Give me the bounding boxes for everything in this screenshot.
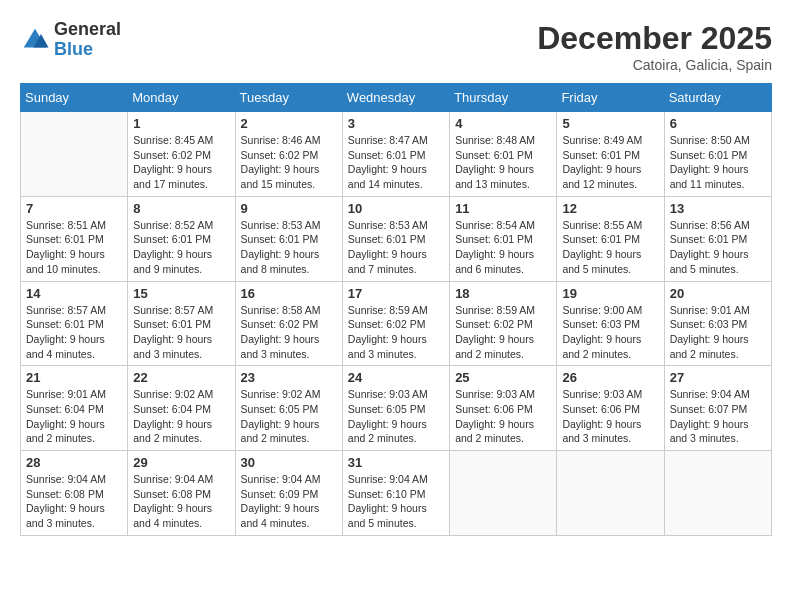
calendar-cell: 20Sunrise: 9:01 AMSunset: 6:03 PMDayligh… [664,281,771,366]
calendar-cell: 9Sunrise: 8:53 AMSunset: 6:01 PMDaylight… [235,196,342,281]
day-number: 21 [26,370,122,385]
day-info: Sunrise: 8:49 AMSunset: 6:01 PMDaylight:… [562,133,658,192]
day-number: 10 [348,201,444,216]
day-info: Sunrise: 9:04 AMSunset: 6:08 PMDaylight:… [133,472,229,531]
calendar-week: 28Sunrise: 9:04 AMSunset: 6:08 PMDayligh… [21,451,772,536]
calendar-cell: 23Sunrise: 9:02 AMSunset: 6:05 PMDayligh… [235,366,342,451]
calendar-header: SundayMondayTuesdayWednesdayThursdayFrid… [21,84,772,112]
day-number: 9 [241,201,337,216]
day-info: Sunrise: 8:53 AMSunset: 6:01 PMDaylight:… [241,218,337,277]
day-info: Sunrise: 9:00 AMSunset: 6:03 PMDaylight:… [562,303,658,362]
day-number: 6 [670,116,766,131]
day-info: Sunrise: 9:03 AMSunset: 6:05 PMDaylight:… [348,387,444,446]
day-info: Sunrise: 8:53 AMSunset: 6:01 PMDaylight:… [348,218,444,277]
day-info: Sunrise: 8:51 AMSunset: 6:01 PMDaylight:… [26,218,122,277]
day-info: Sunrise: 9:03 AMSunset: 6:06 PMDaylight:… [562,387,658,446]
day-number: 19 [562,286,658,301]
day-number: 14 [26,286,122,301]
calendar-week: 7Sunrise: 8:51 AMSunset: 6:01 PMDaylight… [21,196,772,281]
calendar-cell: 16Sunrise: 8:58 AMSunset: 6:02 PMDayligh… [235,281,342,366]
calendar-cell: 12Sunrise: 8:55 AMSunset: 6:01 PMDayligh… [557,196,664,281]
day-info: Sunrise: 8:59 AMSunset: 6:02 PMDaylight:… [348,303,444,362]
day-number: 7 [26,201,122,216]
day-info: Sunrise: 9:04 AMSunset: 6:07 PMDaylight:… [670,387,766,446]
weekday-header: Wednesday [342,84,449,112]
calendar-cell: 18Sunrise: 8:59 AMSunset: 6:02 PMDayligh… [450,281,557,366]
day-info: Sunrise: 8:47 AMSunset: 6:01 PMDaylight:… [348,133,444,192]
calendar-cell: 2Sunrise: 8:46 AMSunset: 6:02 PMDaylight… [235,112,342,197]
day-info: Sunrise: 9:04 AMSunset: 6:10 PMDaylight:… [348,472,444,531]
calendar-cell: 25Sunrise: 9:03 AMSunset: 6:06 PMDayligh… [450,366,557,451]
logo-icon [20,25,50,55]
day-info: Sunrise: 8:50 AMSunset: 6:01 PMDaylight:… [670,133,766,192]
day-info: Sunrise: 9:03 AMSunset: 6:06 PMDaylight:… [455,387,551,446]
calendar-cell: 8Sunrise: 8:52 AMSunset: 6:01 PMDaylight… [128,196,235,281]
day-number: 16 [241,286,337,301]
day-number: 4 [455,116,551,131]
location: Catoira, Galicia, Spain [537,57,772,73]
calendar-week: 14Sunrise: 8:57 AMSunset: 6:01 PMDayligh… [21,281,772,366]
calendar-cell [557,451,664,536]
day-number: 3 [348,116,444,131]
day-info: Sunrise: 9:04 AMSunset: 6:08 PMDaylight:… [26,472,122,531]
day-number: 25 [455,370,551,385]
header: General Blue December 2025 Catoira, Gali… [20,20,772,73]
calendar-week: 21Sunrise: 9:01 AMSunset: 6:04 PMDayligh… [21,366,772,451]
title-section: December 2025 Catoira, Galicia, Spain [537,20,772,73]
day-number: 18 [455,286,551,301]
day-number: 27 [670,370,766,385]
day-info: Sunrise: 9:02 AMSunset: 6:05 PMDaylight:… [241,387,337,446]
logo-blue: Blue [54,39,93,59]
day-info: Sunrise: 8:55 AMSunset: 6:01 PMDaylight:… [562,218,658,277]
calendar-cell: 15Sunrise: 8:57 AMSunset: 6:01 PMDayligh… [128,281,235,366]
calendar-cell: 10Sunrise: 8:53 AMSunset: 6:01 PMDayligh… [342,196,449,281]
weekday-row: SundayMondayTuesdayWednesdayThursdayFrid… [21,84,772,112]
day-number: 31 [348,455,444,470]
calendar-cell [21,112,128,197]
day-info: Sunrise: 8:57 AMSunset: 6:01 PMDaylight:… [133,303,229,362]
calendar-cell: 4Sunrise: 8:48 AMSunset: 6:01 PMDaylight… [450,112,557,197]
calendar-cell: 22Sunrise: 9:02 AMSunset: 6:04 PMDayligh… [128,366,235,451]
day-number: 24 [348,370,444,385]
day-info: Sunrise: 8:52 AMSunset: 6:01 PMDaylight:… [133,218,229,277]
calendar-cell: 11Sunrise: 8:54 AMSunset: 6:01 PMDayligh… [450,196,557,281]
month-year: December 2025 [537,20,772,57]
calendar-cell: 26Sunrise: 9:03 AMSunset: 6:06 PMDayligh… [557,366,664,451]
calendar-cell: 17Sunrise: 8:59 AMSunset: 6:02 PMDayligh… [342,281,449,366]
calendar-body: 1Sunrise: 8:45 AMSunset: 6:02 PMDaylight… [21,112,772,536]
weekday-header: Tuesday [235,84,342,112]
day-number: 8 [133,201,229,216]
calendar-cell: 27Sunrise: 9:04 AMSunset: 6:07 PMDayligh… [664,366,771,451]
day-number: 26 [562,370,658,385]
day-info: Sunrise: 9:01 AMSunset: 6:04 PMDaylight:… [26,387,122,446]
calendar-week: 1Sunrise: 8:45 AMSunset: 6:02 PMDaylight… [21,112,772,197]
calendar-cell: 7Sunrise: 8:51 AMSunset: 6:01 PMDaylight… [21,196,128,281]
calendar-cell: 30Sunrise: 9:04 AMSunset: 6:09 PMDayligh… [235,451,342,536]
day-number: 1 [133,116,229,131]
calendar-cell: 31Sunrise: 9:04 AMSunset: 6:10 PMDayligh… [342,451,449,536]
day-info: Sunrise: 8:58 AMSunset: 6:02 PMDaylight:… [241,303,337,362]
day-info: Sunrise: 9:02 AMSunset: 6:04 PMDaylight:… [133,387,229,446]
calendar-cell: 3Sunrise: 8:47 AMSunset: 6:01 PMDaylight… [342,112,449,197]
logo-general: General [54,19,121,39]
day-number: 2 [241,116,337,131]
calendar-cell: 13Sunrise: 8:56 AMSunset: 6:01 PMDayligh… [664,196,771,281]
calendar-cell: 14Sunrise: 8:57 AMSunset: 6:01 PMDayligh… [21,281,128,366]
day-info: Sunrise: 9:04 AMSunset: 6:09 PMDaylight:… [241,472,337,531]
logo: General Blue [20,20,121,60]
calendar-cell [450,451,557,536]
day-info: Sunrise: 8:45 AMSunset: 6:02 PMDaylight:… [133,133,229,192]
day-info: Sunrise: 8:54 AMSunset: 6:01 PMDaylight:… [455,218,551,277]
day-number: 22 [133,370,229,385]
calendar: SundayMondayTuesdayWednesdayThursdayFrid… [20,83,772,536]
day-number: 17 [348,286,444,301]
day-number: 5 [562,116,658,131]
calendar-cell: 29Sunrise: 9:04 AMSunset: 6:08 PMDayligh… [128,451,235,536]
day-info: Sunrise: 8:48 AMSunset: 6:01 PMDaylight:… [455,133,551,192]
day-number: 13 [670,201,766,216]
day-info: Sunrise: 8:46 AMSunset: 6:02 PMDaylight:… [241,133,337,192]
weekday-header: Thursday [450,84,557,112]
calendar-cell: 6Sunrise: 8:50 AMSunset: 6:01 PMDaylight… [664,112,771,197]
weekday-header: Friday [557,84,664,112]
logo-text: General Blue [54,20,121,60]
